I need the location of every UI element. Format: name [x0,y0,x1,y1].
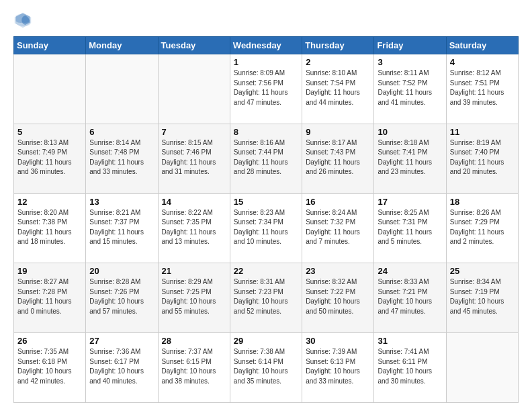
day-number: 9 [306,127,370,137]
day-info: Sunrise: 7:36 AM Sunset: 6:17 PM Dayligh… [89,347,154,386]
header [13,11,519,30]
day-number: 8 [234,127,298,137]
day-number: 21 [162,266,226,276]
calendar-cell [446,333,518,403]
calendar-cell: 10Sunrise: 8:18 AM Sunset: 7:41 PM Dayli… [374,124,446,193]
day-info: Sunrise: 8:14 AM Sunset: 7:48 PM Dayligh… [89,138,154,177]
day-info: Sunrise: 7:39 AM Sunset: 6:13 PM Dayligh… [306,347,370,386]
day-number: 22 [234,266,298,276]
page: SundayMondayTuesdayWednesdayThursdayFrid… [0,0,532,411]
day-info: Sunrise: 7:41 AM Sunset: 6:11 PM Dayligh… [378,347,442,386]
col-header-friday: Friday [374,37,446,54]
logo [13,11,35,30]
calendar-cell: 24Sunrise: 8:33 AM Sunset: 7:21 PM Dayli… [374,263,446,333]
day-info: Sunrise: 8:22 AM Sunset: 7:35 PM Dayligh… [162,208,226,247]
calendar-cell: 11Sunrise: 8:19 AM Sunset: 7:40 PM Dayli… [446,124,518,193]
day-number: 2 [306,57,370,67]
calendar-week-row: 26Sunrise: 7:35 AM Sunset: 6:18 PM Dayli… [14,333,519,403]
day-number: 28 [162,336,226,346]
day-info: Sunrise: 8:15 AM Sunset: 7:46 PM Dayligh… [162,138,226,177]
calendar-cell: 15Sunrise: 8:23 AM Sunset: 7:34 PM Dayli… [230,193,302,263]
calendar-cell: 9Sunrise: 8:17 AM Sunset: 7:43 PM Daylig… [302,124,374,193]
calendar-cell: 1Sunrise: 8:09 AM Sunset: 7:56 PM Daylig… [230,54,302,124]
day-info: Sunrise: 8:26 AM Sunset: 7:29 PM Dayligh… [450,208,515,247]
calendar-header-row: SundayMondayTuesdayWednesdayThursdayFrid… [14,37,519,54]
day-info: Sunrise: 7:37 AM Sunset: 6:15 PM Dayligh… [162,347,226,386]
day-info: Sunrise: 8:33 AM Sunset: 7:21 PM Dayligh… [378,277,442,316]
calendar-cell: 26Sunrise: 7:35 AM Sunset: 6:18 PM Dayli… [14,333,86,403]
day-info: Sunrise: 8:23 AM Sunset: 7:34 PM Dayligh… [234,208,298,247]
day-number: 6 [89,127,154,137]
calendar-week-row: 19Sunrise: 8:27 AM Sunset: 7:28 PM Dayli… [14,263,519,333]
calendar-cell: 3Sunrise: 8:11 AM Sunset: 7:52 PM Daylig… [374,54,446,124]
calendar-cell: 7Sunrise: 8:15 AM Sunset: 7:46 PM Daylig… [158,124,230,193]
col-header-monday: Monday [86,37,158,54]
day-info: Sunrise: 8:17 AM Sunset: 7:43 PM Dayligh… [306,138,370,177]
day-number: 7 [162,127,226,137]
day-number: 16 [306,197,370,207]
calendar-week-row: 5Sunrise: 8:13 AM Sunset: 7:49 PM Daylig… [14,124,519,193]
col-header-thursday: Thursday [302,37,374,54]
calendar-cell: 21Sunrise: 8:29 AM Sunset: 7:25 PM Dayli… [158,263,230,333]
day-info: Sunrise: 8:27 AM Sunset: 7:28 PM Dayligh… [17,277,82,316]
day-info: Sunrise: 8:29 AM Sunset: 7:25 PM Dayligh… [162,277,226,316]
day-info: Sunrise: 8:13 AM Sunset: 7:49 PM Dayligh… [17,138,82,177]
calendar-cell [158,54,230,124]
calendar-cell: 17Sunrise: 8:25 AM Sunset: 7:31 PM Dayli… [374,193,446,263]
day-info: Sunrise: 8:20 AM Sunset: 7:38 PM Dayligh… [17,208,82,247]
day-info: Sunrise: 8:16 AM Sunset: 7:44 PM Dayligh… [234,138,298,177]
calendar-cell: 29Sunrise: 7:38 AM Sunset: 6:14 PM Dayli… [230,333,302,403]
day-info: Sunrise: 8:24 AM Sunset: 7:32 PM Dayligh… [306,208,370,247]
day-number: 11 [450,127,515,137]
day-number: 24 [378,266,442,276]
calendar-cell: 30Sunrise: 7:39 AM Sunset: 6:13 PM Dayli… [302,333,374,403]
day-info: Sunrise: 8:18 AM Sunset: 7:41 PM Dayligh… [378,138,442,177]
calendar-cell: 28Sunrise: 7:37 AM Sunset: 6:15 PM Dayli… [158,333,230,403]
col-header-saturday: Saturday [446,37,518,54]
day-number: 18 [450,197,515,207]
day-number: 1 [234,57,298,67]
calendar-cell: 18Sunrise: 8:26 AM Sunset: 7:29 PM Dayli… [446,193,518,263]
day-number: 25 [450,266,515,276]
col-header-sunday: Sunday [14,37,86,54]
day-number: 29 [234,336,298,346]
calendar-cell: 5Sunrise: 8:13 AM Sunset: 7:49 PM Daylig… [14,124,86,193]
day-info: Sunrise: 8:11 AM Sunset: 7:52 PM Dayligh… [378,68,442,107]
day-info: Sunrise: 8:10 AM Sunset: 7:54 PM Dayligh… [306,68,370,107]
calendar-cell: 6Sunrise: 8:14 AM Sunset: 7:48 PM Daylig… [86,124,158,193]
calendar-cell: 2Sunrise: 8:10 AM Sunset: 7:54 PM Daylig… [302,54,374,124]
day-number: 23 [306,266,370,276]
day-number: 12 [17,197,82,207]
calendar-cell: 22Sunrise: 8:31 AM Sunset: 7:23 PM Dayli… [230,263,302,333]
calendar-cell: 16Sunrise: 8:24 AM Sunset: 7:32 PM Dayli… [302,193,374,263]
calendar-cell: 14Sunrise: 8:22 AM Sunset: 7:35 PM Dayli… [158,193,230,263]
day-info: Sunrise: 8:12 AM Sunset: 7:51 PM Dayligh… [450,68,515,107]
day-info: Sunrise: 8:19 AM Sunset: 7:40 PM Dayligh… [450,138,515,177]
day-number: 31 [378,336,442,346]
day-number: 10 [378,127,442,137]
day-number: 15 [234,197,298,207]
calendar-cell: 13Sunrise: 8:21 AM Sunset: 7:37 PM Dayli… [86,193,158,263]
calendar-cell: 8Sunrise: 8:16 AM Sunset: 7:44 PM Daylig… [230,124,302,193]
day-number: 17 [378,197,442,207]
calendar-table: SundayMondayTuesdayWednesdayThursdayFrid… [13,36,519,403]
calendar-cell: 23Sunrise: 8:32 AM Sunset: 7:22 PM Dayli… [302,263,374,333]
day-info: Sunrise: 8:28 AM Sunset: 7:26 PM Dayligh… [89,277,154,316]
col-header-wednesday: Wednesday [230,37,302,54]
day-number: 30 [306,336,370,346]
day-info: Sunrise: 7:35 AM Sunset: 6:18 PM Dayligh… [17,347,82,386]
col-header-tuesday: Tuesday [158,37,230,54]
calendar-cell: 27Sunrise: 7:36 AM Sunset: 6:17 PM Dayli… [86,333,158,403]
day-info: Sunrise: 8:31 AM Sunset: 7:23 PM Dayligh… [234,277,298,316]
calendar-cell: 19Sunrise: 8:27 AM Sunset: 7:28 PM Dayli… [14,263,86,333]
logo-icon [13,11,32,30]
day-info: Sunrise: 8:21 AM Sunset: 7:37 PM Dayligh… [89,208,154,247]
calendar-cell [86,54,158,124]
day-info: Sunrise: 8:32 AM Sunset: 7:22 PM Dayligh… [306,277,370,316]
day-number: 3 [378,57,442,67]
day-number: 20 [89,266,154,276]
day-info: Sunrise: 7:38 AM Sunset: 6:14 PM Dayligh… [234,347,298,386]
day-number: 19 [17,266,82,276]
day-number: 4 [450,57,515,67]
calendar-cell: 20Sunrise: 8:28 AM Sunset: 7:26 PM Dayli… [86,263,158,333]
